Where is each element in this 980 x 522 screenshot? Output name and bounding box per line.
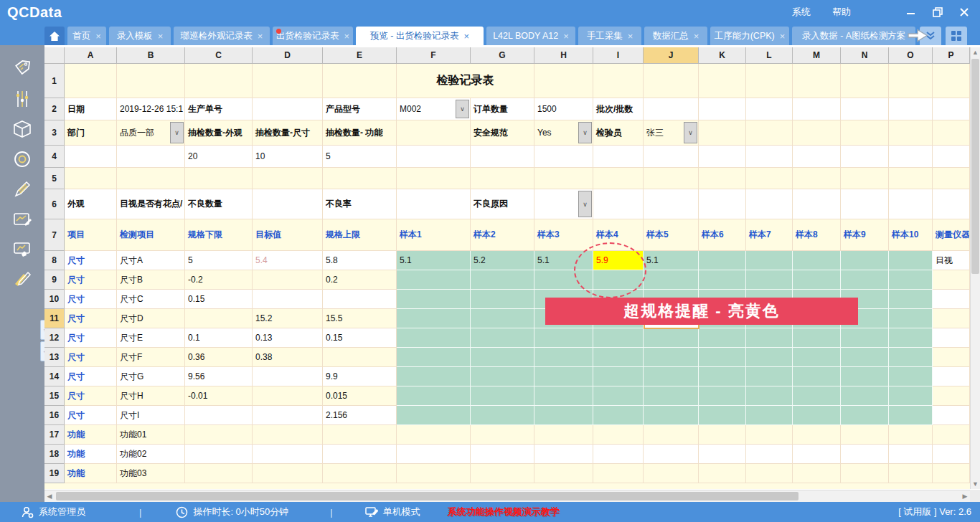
cell-A12[interactable]: 尺寸 [65,328,117,348]
cell-O18[interactable] [889,445,933,464]
cell-F18[interactable] [397,445,471,464]
cell-N12[interactable] [841,328,889,348]
cell-P17[interactable] [933,425,970,445]
cell-M3[interactable] [793,120,841,146]
cell-A13[interactable]: 尺寸 [65,348,117,367]
cell-D15[interactable] [253,386,323,406]
cell-P10[interactable] [933,290,970,309]
row-header-11[interactable]: 11 [44,309,65,328]
cell-G7[interactable]: 样本2 [471,219,534,251]
cell-K12[interactable] [699,328,746,348]
cell-J16[interactable] [644,406,699,425]
cell-E13[interactable] [323,348,397,367]
tab-close-icon[interactable]: × [563,32,569,41]
home-tab[interactable] [44,27,65,45]
cell-P19[interactable] [933,464,970,483]
cell-P2[interactable] [933,98,970,120]
close-button[interactable] [951,0,977,24]
toolbar-pen-tools-icon[interactable] [0,265,44,295]
restore-button[interactable] [924,0,951,24]
cell-N13[interactable] [841,348,889,367]
cell-H17[interactable] [534,425,593,445]
tab-9[interactable]: 工序能力(CPK)× [710,27,789,45]
row-header-3[interactable]: 3 [44,120,65,146]
row-header-19[interactable]: 19 [44,464,65,483]
cell-O10[interactable] [889,290,933,309]
dropdown-arrow-icon[interactable]: ∨ [684,122,697,143]
cell-O1[interactable] [889,64,933,98]
cell-O16[interactable] [889,406,933,425]
col-header-J[interactable]: J [644,47,699,64]
cell-J15[interactable] [644,386,699,406]
cell-M9[interactable] [793,270,841,290]
cell-N5[interactable] [841,168,889,189]
cell-A18[interactable]: 功能 [65,445,117,464]
cell-I18[interactable] [593,445,644,464]
cell-D10[interactable] [253,290,323,309]
vertical-scrollbar[interactable]: ▲ ▼ [970,47,980,489]
cell-E12[interactable]: 0.15 [323,328,397,348]
cell-B18[interactable]: 功能02 [117,445,185,464]
cell-K13[interactable] [699,348,746,367]
cell-F19[interactable] [397,464,471,483]
cell-J18[interactable] [644,445,699,464]
cell-N19[interactable] [841,464,889,483]
cell-P18[interactable] [933,445,970,464]
cell-A11[interactable]: 尺寸 [65,309,117,328]
cell-A6[interactable]: 外观 [65,189,117,219]
cell-F1[interactable]: 检验记录表 [397,64,534,98]
cell-K17[interactable] [699,425,746,445]
cell-B12[interactable]: 尺寸E [117,328,185,348]
cell-D19[interactable] [253,464,323,483]
cell-D4[interactable]: 10 [253,146,323,168]
toolbar-chart-edit-icon[interactable] [0,204,44,234]
cell-M13[interactable] [793,348,841,367]
cell-J13[interactable] [644,348,699,367]
cell-B9[interactable]: 尺寸B [117,270,185,290]
cell-B2[interactable]: 2019-12-26 15:1 [117,98,185,120]
cell-D17[interactable] [253,425,323,445]
cell-H6[interactable]: ∨ [534,189,593,219]
cell-O13[interactable] [889,348,933,367]
cell-D7[interactable]: 目标值 [253,219,323,251]
cell-C11[interactable] [185,309,253,328]
cell-J4[interactable] [644,146,699,168]
col-header-O[interactable]: O [889,47,933,64]
cell-D13[interactable]: 0.38 [253,348,323,367]
cell-H19[interactable] [534,464,593,483]
toolbar-box-icon[interactable] [0,114,44,144]
tab-close-icon[interactable]: × [158,32,164,41]
row-header-17[interactable]: 17 [44,425,65,445]
cell-K5[interactable] [699,168,746,189]
cell-P7[interactable]: 测量仪器 [933,219,970,251]
cell-C15[interactable]: -0.01 [185,386,253,406]
cell-L7[interactable]: 样本7 [746,219,793,251]
cell-J14[interactable] [644,367,699,386]
cell-I4[interactable] [593,146,644,168]
tab-close-icon[interactable]: × [694,32,699,41]
cell-I3[interactable]: 检验员 [593,120,644,146]
cell-J2[interactable] [644,98,699,120]
cell-E10[interactable] [323,290,397,309]
cell-F11[interactable] [397,309,471,328]
cell-G8[interactable]: 5.2 [471,251,534,270]
row-header-9[interactable]: 9 [44,270,65,290]
cell-I6[interactable] [593,189,644,219]
cell-H5[interactable] [534,168,593,189]
col-header-B[interactable]: B [117,47,185,64]
cell-H1[interactable] [534,64,593,98]
cell-G14[interactable] [471,367,534,386]
cell-B19[interactable]: 功能03 [117,464,185,483]
cell-K1[interactable] [699,64,746,98]
cell-D18[interactable] [253,445,323,464]
cell-D1[interactable] [253,64,323,98]
cell-H2[interactable]: 1500 [534,98,593,120]
cell-D12[interactable]: 0.13 [253,328,323,348]
tab-3[interactable]: 瑯巡检外观记录表× [174,27,270,45]
cell-O7[interactable]: 样本10 [889,219,933,251]
cell-D5[interactable] [253,168,323,189]
cell-L17[interactable] [746,425,793,445]
cell-G18[interactable] [471,445,534,464]
cell-L2[interactable] [746,98,793,120]
cell-N14[interactable] [841,367,889,386]
